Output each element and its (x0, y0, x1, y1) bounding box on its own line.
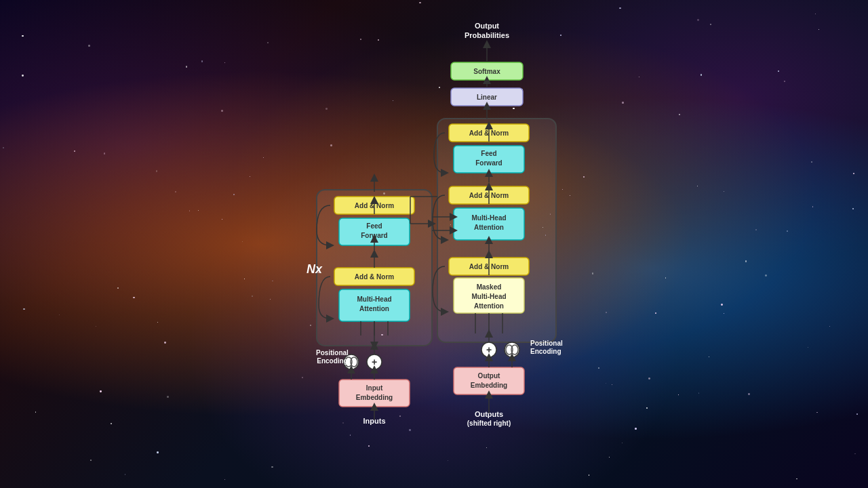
diagram-container: Add & Norm Feed Forward Add & Norm Multi… (0, 0, 868, 488)
dec-plus-circle: + (486, 344, 492, 355)
nx-label: Nx (307, 262, 323, 276)
svg-text:Multi-Head: Multi-Head (471, 293, 506, 300)
output-prob-label: Output (475, 22, 499, 30)
dec-positional-label: Positional (530, 340, 563, 347)
enc-add-norm-1-label: Add & Norm (355, 273, 394, 281)
softmax-label: Softmax (473, 68, 500, 75)
svg-text:Attention: Attention (474, 302, 504, 310)
enc-positional-label: Positional (316, 349, 349, 357)
dec-output-embed-label: Output (478, 372, 500, 380)
svg-rect-21 (339, 380, 410, 407)
enc-multihead-label: Multi-Head (357, 296, 391, 303)
svg-text:Encoding: Encoding (530, 348, 561, 355)
svg-text:Attention: Attention (474, 224, 504, 231)
enc-feed-forward-label: Feed (366, 222, 382, 230)
linear-label: Linear (477, 94, 497, 101)
svg-text:Attention: Attention (359, 305, 389, 312)
transformer-diagram: Add & Norm Feed Forward Add & Norm Multi… (0, 0, 868, 488)
svg-text:Forward: Forward (361, 232, 387, 239)
enc-input-embed-label: Input (366, 384, 383, 392)
dec-masked-multihead-label: Masked (477, 283, 502, 291)
svg-text:Embedding: Embedding (471, 382, 507, 389)
svg-text:Embedding: Embedding (356, 394, 393, 401)
svg-text:Probabilities: Probabilities (465, 31, 509, 39)
svg-text:Encoding: Encoding (317, 357, 348, 365)
dec-multihead-label: Multi-Head (471, 214, 506, 222)
svg-point-55 (505, 342, 519, 357)
enc-plus-circle: + (372, 357, 377, 367)
svg-text:Forward: Forward (475, 159, 502, 167)
svg-rect-60 (454, 367, 524, 394)
dec-feed-forward-label: Feed (481, 150, 496, 157)
svg-text:(shifted right): (shifted right) (467, 420, 511, 427)
